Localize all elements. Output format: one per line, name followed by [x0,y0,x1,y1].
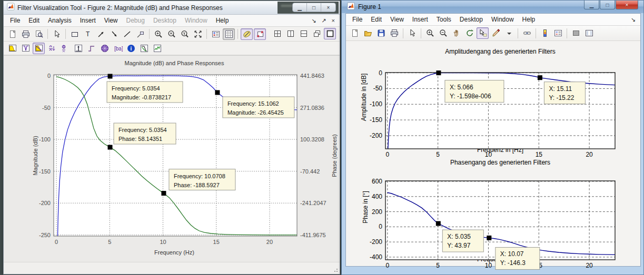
phase-response-icon[interactable] [19,43,32,54]
svg-text:X: 5.035: X: 5.035 [447,233,471,240]
layout-cascade-icon[interactable] [311,28,323,39]
magnitude-phase-plot[interactable]: 051015200441.8463-50271.0836-100100.3208… [5,56,340,250]
pole-zero-icon[interactable] [98,43,111,54]
undock-figure-icon[interactable]: ↗ [319,17,329,24]
magnitude-response-icon[interactable] [6,43,18,54]
close-figure-icon[interactable]: × [329,17,338,24]
filter-info-icon[interactable]: i [125,43,137,54]
link-plot-icon[interactable] [521,27,533,39]
layout-horizontal-icon[interactable] [298,28,310,39]
print-figure-icon[interactable] [388,27,400,39]
save-figure-icon[interactable] [375,27,387,39]
new-document-icon[interactable] [6,28,18,40]
dock-figure-icon[interactable]: ↘ [309,17,319,24]
menu-file[interactable]: File [6,15,24,26]
group-delay-icon[interactable] [46,43,58,54]
svg-text:20: 20 [586,262,593,269]
svg-text:5: 5 [436,151,440,158]
draw-mode-icon[interactable] [241,28,253,40]
insert-arrow-se-icon[interactable] [108,28,120,40]
magnitude-phase-icon[interactable] [33,43,45,54]
menu-edit[interactable]: Edit [24,15,44,26]
insert-legend-icon[interactable] [552,27,564,39]
menu-insert[interactable]: Insert [76,15,100,26]
figure1-titlebar[interactable]: Figure 1 ▁□× [342,1,643,13]
magnitude-estimate-icon[interactable] [138,43,150,54]
menu-debug: Debug [122,15,149,26]
svg-text:15: 15 [213,239,220,245]
menu-window[interactable]: Window [487,14,518,25]
svg-text:-150: -150 [39,168,51,175]
svg-text:Frequency: 5.0354: Frequency: 5.0354 [118,127,167,133]
insert-arrow-ne-icon[interactable] [95,28,107,40]
fit-view-icon[interactable] [254,28,266,40]
amplitude-plot[interactable]: 051015200-50-100-150-200X: 5.066Y: -1.59… [346,56,640,164]
full-view-icon[interactable] [192,28,204,40]
pin-icon[interactable] [134,28,146,40]
svg-text:-50: -50 [42,105,51,111]
layout-vertical-icon[interactable] [284,28,296,39]
zoom-y-icon[interactable] [179,28,191,40]
restore-button[interactable]: □ [307,3,321,12]
svg-text:0: 0 [385,262,389,269]
pan-icon[interactable] [450,27,462,39]
close-button[interactable]: × [616,1,638,9]
rotate-3d-icon[interactable] [463,27,475,39]
round-off-noise-icon[interactable] [151,43,163,54]
menu-tools[interactable]: Tools [432,14,455,25]
insert-line-icon[interactable] [121,28,133,40]
print-preview-icon[interactable] [33,28,45,40]
edit-plot-pointer-icon[interactable] [51,28,63,40]
zoom-in-icon[interactable] [424,27,436,39]
print-icon[interactable] [19,28,32,40]
resize-grip-icon[interactable] [333,267,338,272]
step-response-icon[interactable] [85,43,97,54]
dropdown-caret-icon[interactable] [503,27,515,39]
open-file-icon[interactable] [362,27,374,39]
fvtool-titlebar[interactable]: Filter Visualization Tool - Figure 2: Ma… [4,1,340,15]
layout-grid-icon[interactable] [271,28,283,39]
insert-colorbar-icon[interactable] [539,27,551,39]
new-figure-icon[interactable] [349,27,361,39]
filter-coefficients-icon[interactable]: [ba] [112,43,124,54]
desktop: { "left_window": { "title": "Filter Visu… [0,0,644,275]
svg-text:-150: -150 [370,116,382,124]
phase-plot[interactable]: 051015206004002000-200-400X: 5.035Y: 43.… [346,166,640,275]
minimize-button[interactable]: ▁ [293,3,307,12]
grid-toggle-icon[interactable] [223,28,235,40]
toolbar-separator [65,29,66,39]
zoom-x-icon[interactable] [165,28,177,40]
menu-desktop[interactable]: Desktop [455,14,487,25]
menu-insert[interactable]: Insert [408,14,432,25]
impulse-response-icon[interactable] [72,43,84,54]
close-button[interactable]: × [321,3,335,12]
matlab-app-icon [7,3,15,13]
menu-help[interactable]: Help [212,15,233,26]
data-cursor-icon[interactable] [477,27,489,39]
zoom-out-icon[interactable] [437,27,449,39]
menu-edit[interactable]: Edit [366,14,386,25]
svg-text:20: 20 [266,239,273,245]
hide-plot-tools-icon[interactable] [570,27,582,39]
legend-toggle-icon[interactable] [210,28,222,40]
menu-view[interactable]: View [100,15,122,26]
menu-help[interactable]: Help [518,14,540,25]
minimize-button[interactable]: ▁ [584,1,599,9]
restore-button[interactable]: □ [600,1,615,9]
svg-text:400: 400 [372,193,382,200]
phase-delay-icon[interactable] [59,43,71,54]
show-plot-tools-icon[interactable] [583,27,595,39]
svg-text:10: 10 [485,262,492,269]
zoom-in-icon[interactable] [152,28,164,40]
brush-icon[interactable] [490,27,502,39]
insert-rectangle-icon[interactable] [68,28,81,40]
toolbar-separator [518,28,518,38]
dock-figure-icon[interactable]: ↘ [628,16,638,23]
layout-single-icon[interactable] [324,28,336,39]
menu-analysis[interactable]: Analysis [44,15,76,26]
edit-plot-pointer-icon[interactable] [406,27,418,39]
menu-view[interactable]: View [386,14,408,25]
insert-text-icon[interactable]: T [82,28,94,40]
svg-text:100.3208: 100.3208 [300,136,324,142]
menu-file[interactable]: File [348,14,366,25]
